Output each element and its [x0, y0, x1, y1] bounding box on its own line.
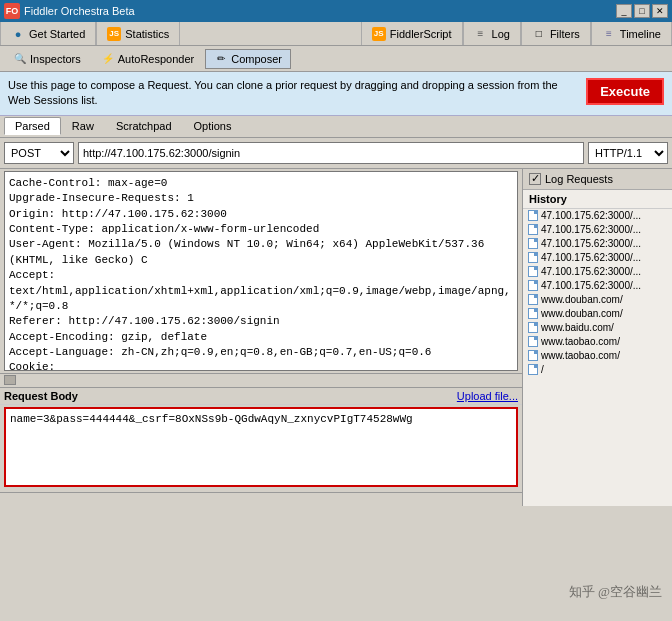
page-icon-9 [527, 336, 539, 348]
info-banner: Use this page to compose a Request. You … [0, 72, 672, 116]
list-item[interactable]: www.douban.com/ [523, 307, 672, 321]
list-item[interactable]: www.taobao.com/ [523, 349, 672, 363]
page-icon-7 [527, 308, 539, 320]
app-title: Fiddler Orchestra Beta [24, 5, 616, 17]
log-requests-label: Log Requests [545, 173, 613, 185]
fiddlerscript-icon: JS [372, 27, 386, 41]
toolbar-composer[interactable]: ✏ Composer [205, 49, 291, 69]
bottom-scrollbar[interactable] [0, 492, 522, 506]
toolbar-autoresponder[interactable]: ⚡ AutoResponder [92, 49, 203, 69]
list-item[interactable]: 47.100.175.62:3000/... [523, 279, 672, 293]
sidebar-header: ✓ Log Requests [523, 169, 672, 190]
page-icon-10 [527, 350, 539, 362]
log-requests-checkbox[interactable]: ✓ [529, 173, 541, 185]
list-item[interactable]: www.douban.com/ [523, 293, 672, 307]
body-textarea[interactable]: name=3&pass=444444&_csrf=8OxNSs9b-QGdwAq… [4, 407, 518, 487]
page-icon-4 [527, 266, 539, 278]
upload-link[interactable]: Upload file... [457, 390, 518, 402]
page-icon-8 [527, 322, 539, 334]
tab-filters[interactable]: □ Filters [521, 22, 591, 45]
main-content: Cache-Control: max-age=0 Upgrade-Insecur… [0, 169, 672, 506]
page-icon-3 [527, 252, 539, 264]
app-icon: FO [4, 3, 20, 19]
page-icon-11 [527, 364, 539, 376]
tab-timeline[interactable]: ≡ Timeline [591, 22, 672, 45]
list-item[interactable]: 47.100.175.62:3000/... [523, 209, 672, 223]
title-bar: FO Fiddler Orchestra Beta _ □ ✕ [0, 0, 672, 22]
hscroll-thumb[interactable] [4, 375, 16, 385]
toolbar: 🔍 Inspectors ⚡ AutoResponder ✏ Composer [0, 46, 672, 72]
url-input[interactable] [78, 142, 584, 164]
tab-get-started[interactable]: ● Get Started [0, 22, 96, 45]
method-select[interactable]: POST GET PUT DELETE [4, 142, 74, 164]
list-item[interactable]: 47.100.175.62:3000/... [523, 251, 672, 265]
protocol-select[interactable]: HTTP/1.1 HTTP/2 [588, 142, 668, 164]
statistics-icon: JS [107, 27, 121, 41]
composer-icon: ✏ [214, 52, 228, 66]
history-label: History [523, 190, 672, 209]
close-button[interactable]: ✕ [652, 4, 668, 18]
list-item[interactable]: 47.100.175.62:3000/... [523, 223, 672, 237]
tab-statistics[interactable]: JS Statistics [96, 22, 180, 45]
toolbar-inspectors[interactable]: 🔍 Inspectors [4, 49, 90, 69]
filters-icon: □ [532, 27, 546, 41]
headers-hscroll[interactable] [0, 373, 522, 387]
history-list: 47.100.175.62:3000/... 47.100.175.62:300… [523, 209, 672, 506]
request-body-section: Request Body Upload file... name=3&pass=… [0, 387, 522, 492]
request-body-header: Request Body Upload file... [0, 388, 522, 405]
menu-tabs: ● Get Started JS Statistics JS FiddlerSc… [0, 22, 672, 46]
sub-tab-raw[interactable]: Raw [61, 117, 105, 135]
url-bar: POST GET PUT DELETE HTTP/1.1 HTTP/2 [0, 138, 672, 169]
inspectors-icon: 🔍 [13, 52, 27, 66]
page-icon-5 [527, 280, 539, 292]
sidebar: ✓ Log Requests History 47.100.175.62:300… [522, 169, 672, 506]
list-item[interactable]: / [523, 363, 672, 377]
maximize-button[interactable]: □ [634, 4, 650, 18]
sub-tab-options[interactable]: Options [183, 117, 243, 135]
list-item[interactable]: www.baidu.com/ [523, 321, 672, 335]
tab-log[interactable]: ≡ Log [463, 22, 521, 45]
request-body-label: Request Body [4, 390, 78, 402]
sub-tab-scratchpad[interactable]: Scratchpad [105, 117, 183, 135]
autoresponder-icon: ⚡ [101, 52, 115, 66]
log-requests-row: ✓ Log Requests [529, 173, 666, 185]
window-controls: _ □ ✕ [616, 4, 668, 18]
headers-textarea[interactable]: Cache-Control: max-age=0 Upgrade-Insecur… [4, 171, 518, 371]
sub-tab-parsed[interactable]: Parsed [4, 117, 61, 135]
left-panel: Cache-Control: max-age=0 Upgrade-Insecur… [0, 169, 522, 506]
page-icon-6 [527, 294, 539, 306]
list-item[interactable]: www.taobao.com/ [523, 335, 672, 349]
list-item[interactable]: 47.100.175.62:3000/... [523, 265, 672, 279]
get-started-icon: ● [11, 27, 25, 41]
body-textarea-wrapper: name=3&pass=444444&_csrf=8OxNSs9b-QGdwAq… [0, 405, 522, 492]
list-item[interactable]: 47.100.175.62:3000/... [523, 237, 672, 251]
log-icon: ≡ [474, 27, 488, 41]
tab-fiddlerscript[interactable]: JS FiddlerScript [361, 22, 463, 45]
execute-button[interactable]: Execute [586, 78, 664, 105]
sub-tabs: Parsed Raw Scratchpad Options [0, 116, 672, 138]
page-icon-1 [527, 224, 539, 236]
page-icon-0 [527, 210, 539, 222]
info-text: Use this page to compose a Request. You … [8, 78, 578, 109]
minimize-button[interactable]: _ [616, 4, 632, 18]
page-icon-2 [527, 238, 539, 250]
timeline-icon: ≡ [602, 27, 616, 41]
